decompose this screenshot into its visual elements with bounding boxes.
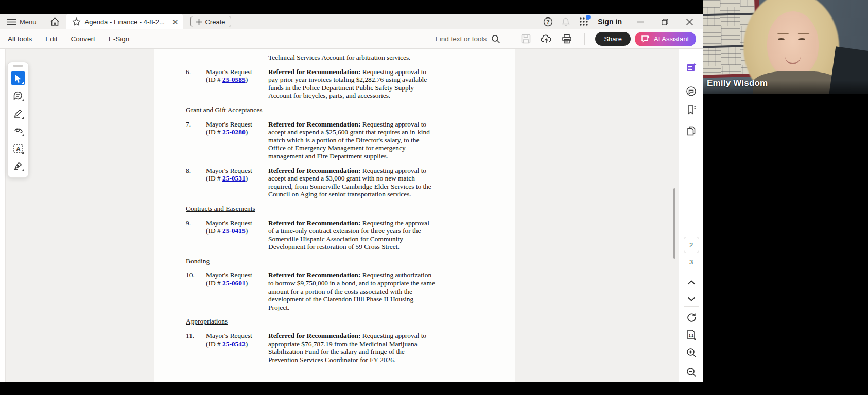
upload-cloud-icon[interactable] [540, 33, 552, 45]
sign-in-button[interactable]: Sign in [598, 17, 622, 26]
print-icon[interactable] [561, 33, 573, 45]
share-button[interactable]: Share [595, 32, 631, 46]
paragraph-continuation: Technical Services Account for arbitrati… [268, 53, 434, 62]
document-scrollbar[interactable] [673, 188, 675, 259]
drag-handle[interactable] [13, 65, 23, 67]
refresh-icon[interactable] [685, 311, 698, 324]
pdf-page[interactable]: Technical Services Account for arbitrati… [154, 49, 515, 382]
page-up-icon[interactable] [685, 276, 698, 289]
item-description: Referred for Recommendation: Requesting … [268, 271, 435, 311]
select-tool-button[interactable] [11, 71, 25, 85]
comment-tool-button[interactable] [11, 88, 25, 103]
scribble-icon [13, 127, 23, 134]
text-box-icon: A [13, 144, 23, 153]
tab-title: Agenda - Finance - 4-8-2... [85, 18, 165, 26]
right-rail: 2 3 1:1 [679, 49, 703, 382]
participant-face [767, 11, 819, 77]
find-label: Find text or tools [436, 35, 487, 43]
highlighter-icon [13, 109, 23, 118]
create-button[interactable]: Create [190, 16, 231, 27]
item-id-link[interactable]: 25-0531 [222, 174, 246, 182]
plus-icon [196, 19, 202, 25]
ai-chat-icon [641, 35, 650, 43]
add-text-tool-button[interactable]: A [11, 141, 25, 155]
section-heading: Contracts and Easements [186, 205, 515, 213]
document-tab[interactable]: Agenda - Finance - 4-8-2... ✕ [66, 14, 184, 29]
comment-bubble-icon [13, 91, 23, 100]
sign-tool-button[interactable] [11, 158, 25, 173]
tools-toolbar: All tools Edit Convert E-Sign Find text … [0, 29, 703, 49]
item-id-link[interactable]: 25-0415 [222, 227, 246, 235]
divider [508, 33, 508, 45]
item-number: 8. [186, 167, 206, 199]
draw-tool-button[interactable] [11, 123, 25, 138]
participant-name-label: Emily Wisdom [707, 78, 768, 88]
comments-icon[interactable] [685, 85, 698, 97]
tab-esign[interactable]: E-Sign [109, 35, 130, 43]
item-description: Referred for Recommendation: Requesting … [268, 68, 435, 100]
section-heading: Bonding [186, 257, 515, 265]
tab-close-icon[interactable]: ✕ [172, 18, 179, 26]
hamburger-icon [7, 19, 16, 25]
agenda-item-6: 6. Mayor's Request (ID # 25-0585) Referr… [154, 68, 515, 100]
svg-text:A: A [16, 145, 20, 151]
page-down-icon[interactable] [685, 293, 698, 305]
close-button[interactable] [683, 16, 696, 27]
item-number: 9. [186, 219, 206, 251]
home-button[interactable] [50, 17, 60, 26]
svg-text:1:1: 1:1 [688, 334, 693, 337]
current-page-input[interactable]: 2 [684, 237, 699, 253]
item-description: Referred for Recommendation: Requesting … [268, 167, 435, 199]
highlight-tool-button[interactable] [11, 106, 25, 120]
find-text-button[interactable]: Find text or tools [436, 34, 501, 44]
ai-assistant-label: AI Assistant [654, 35, 689, 43]
zoom-in-icon[interactable] [685, 347, 698, 359]
bookmarks-icon[interactable] [685, 104, 698, 116]
item-request: Mayor's Request (ID # 25-0280) [206, 120, 268, 160]
item-description: Referred for Recommendation: Requesting … [268, 332, 435, 364]
page-thumbnails-icon[interactable] [685, 124, 698, 137]
cursor-arrow-icon [14, 74, 22, 83]
notifications-bell-icon[interactable] [560, 16, 571, 27]
star-icon[interactable] [72, 17, 81, 26]
document-viewer: A Technical Services Account for arbitra… [0, 49, 703, 382]
current-page-number: 2 [689, 241, 693, 249]
left-rail [0, 49, 6, 382]
ai-summary-icon[interactable] [685, 61, 698, 74]
ai-assistant-button[interactable]: AI Assistant [635, 32, 696, 46]
page-fit-icon[interactable]: 1:1 [685, 329, 698, 341]
next-page-number[interactable]: 3 [689, 258, 693, 266]
menu-label: Menu [20, 18, 37, 26]
divider [684, 306, 699, 307]
item-number: 6. [186, 68, 206, 100]
agenda-item-7: 7. Mayor's Request (ID # 25-0280) Referr… [154, 120, 515, 160]
item-number: 7. [186, 120, 206, 160]
save-icon[interactable] [519, 33, 532, 45]
divider [684, 80, 699, 80]
item-number: 10. [186, 271, 206, 311]
apps-grid-icon[interactable] [578, 16, 589, 27]
item-id-link[interactable]: 25-0601 [222, 279, 246, 287]
quick-tools-panel: A [7, 62, 29, 178]
item-request: Mayor's Request (ID # 25-0542) [206, 332, 268, 364]
item-request: Mayor's Request (ID # 25-0585) [206, 68, 268, 100]
section-heading: Appropriations [186, 317, 515, 326]
restore-button[interactable] [658, 16, 671, 27]
menu-button[interactable]: Menu [7, 18, 37, 26]
tab-convert[interactable]: Convert [71, 35, 95, 43]
help-icon[interactable]: ? [542, 16, 553, 27]
item-description: Referred for Recommendation: Requesting … [268, 219, 435, 251]
agenda-item-11: 11. Mayor's Request (ID # 25-0542) Refer… [154, 332, 515, 364]
item-description: Referred for Recommendation: Requesting … [268, 120, 435, 160]
agenda-item-9: 9. Mayor's Request (ID # 25-0415) Referr… [154, 219, 515, 251]
item-id-link[interactable]: 25-0585 [222, 76, 246, 83]
item-id-link[interactable]: 25-0280 [222, 128, 246, 136]
tab-edit[interactable]: Edit [45, 35, 57, 43]
zoom-out-icon[interactable] [685, 366, 698, 379]
item-id-link[interactable]: 25-0542 [222, 340, 246, 348]
minimize-button[interactable] [633, 16, 647, 27]
item-request: Mayor's Request (ID # 25-0601) [206, 271, 268, 311]
acrobat-window: Menu Agenda - Finance - 4-8-2... ✕ Creat… [0, 14, 703, 382]
tab-all-tools[interactable]: All tools [8, 35, 32, 43]
divider [584, 33, 585, 45]
